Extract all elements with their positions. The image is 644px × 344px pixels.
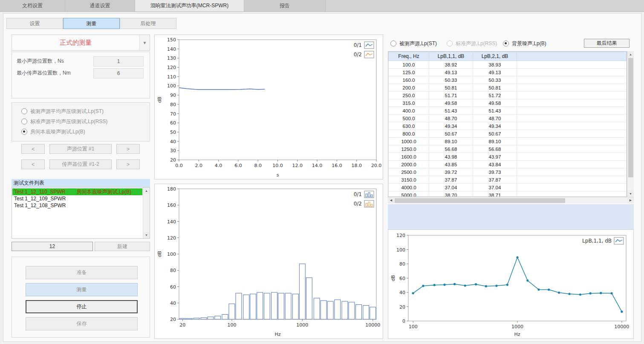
counter-button[interactable]: 12 [12, 242, 93, 251]
svg-text:140: 140 [167, 219, 176, 225]
result-source-radio-1[interactable]: 标准声源,Lp(RSS) [447, 39, 497, 48]
table-row[interactable]: 1250.056.6856.68 [389, 145, 627, 153]
svg-text:20: 20 [170, 317, 176, 322]
file-list-scrollbar[interactable]: ▲ ▼ [143, 188, 150, 238]
measure-button[interactable]: 测量 [26, 283, 138, 296]
result-table-wrap: Freq., HzLpB,1,1, dBLpB,2,1, dB 100.038.… [388, 51, 627, 197]
table-cell: 1250.0 [389, 145, 429, 153]
table-header-cell[interactable]: LpB,2,1, dB [473, 52, 517, 61]
list-item[interactable]: Test 1_12_109_SPWR [12, 195, 142, 202]
table-row[interactable]: 1600.043.9843.97 [389, 153, 627, 161]
test-type-radio-2[interactable]: 房间本底噪声测试,Lp(B) [21, 127, 150, 137]
scroll-right-icon[interactable]: ▶ [627, 197, 634, 203]
radio-icon[interactable] [390, 40, 396, 46]
svg-text:40: 40 [170, 301, 176, 306]
tab-settings[interactable]: 设置 [6, 18, 63, 29]
vscroll-thumb[interactable] [628, 58, 633, 177]
table-row[interactable]: 400.051.4351.43 [389, 107, 627, 115]
table-header-cell[interactable]: LpB,1,1, dB [429, 52, 473, 61]
stop-button[interactable]: 停止 [26, 300, 138, 313]
tab-postprocess[interactable]: 后处理 [120, 18, 176, 29]
table-row[interactable]: 630.049.3449.34 [389, 122, 627, 130]
radio-icon[interactable] [21, 129, 27, 135]
svg-text:0/1: 0/1 [354, 42, 362, 48]
mic-prev-button[interactable]: < [21, 159, 45, 169]
table-row[interactable]: 5000.038.7038.71 [389, 191, 627, 197]
table-row[interactable]: 100.038.9238.93 [389, 61, 627, 69]
table-vscrollbar[interactable]: ▲ ▼ [627, 51, 634, 197]
table-row[interactable]: 200.050.8150.81 [389, 84, 627, 92]
table-row[interactable]: 125.049.1349.13 [389, 69, 627, 76]
table-row[interactable]: 2000.043.8543.84 [389, 161, 627, 168]
file-listbox[interactable]: Test 1_12_110_SPWR房间本底噪声测试,Lp(B)Test 1_1… [12, 187, 150, 239]
table-row[interactable]: 500.048.7048.70 [389, 115, 627, 122]
test-type-radio-1[interactable]: 标准声源平均声压级测试,Lp(RSS) [21, 116, 150, 127]
table-row[interactable]: 315.049.5849.58 [389, 99, 627, 107]
table-row[interactable]: 160.050.3350.33 [389, 76, 627, 84]
min-mic-positions-input[interactable] [93, 68, 144, 78]
radio-icon[interactable] [503, 40, 509, 46]
table-header-cell[interactable] [517, 52, 627, 61]
svg-text:10000: 10000 [614, 324, 629, 330]
svg-text:80: 80 [170, 268, 176, 273]
svg-text:60: 60 [170, 284, 176, 290]
top-tab-1[interactable]: 通道设置 [65, 0, 135, 12]
svg-text:s: s [277, 172, 279, 178]
top-tab-2[interactable]: 混响室法测试声功率(MCR-SPWR) [135, 0, 244, 12]
min-mic-positions-label: 最小传声器位置数，Nm [17, 68, 71, 78]
new-button[interactable]: 新建 [95, 242, 150, 251]
mic-position-button[interactable]: 传声器位置 #1-2 [49, 159, 112, 169]
svg-text:0/1: 0/1 [354, 191, 362, 197]
table-cell: 49.13 [429, 69, 473, 76]
min-source-positions-input[interactable] [93, 56, 144, 66]
svg-text:8.0: 8.0 [254, 163, 262, 168]
test-type-radio-1-label: 标准声源平均声压级测试,Lp(RSS) [30, 118, 107, 125]
tab-measure[interactable]: 测量 [63, 18, 120, 29]
svg-text:150: 150 [167, 37, 176, 43]
list-item[interactable]: Test 1_12_110_SPWR房间本底噪声测试,Lp(B) [12, 188, 142, 195]
mic-next-button[interactable]: > [116, 159, 140, 169]
table-cell: 51.72 [473, 92, 517, 99]
source-position-button[interactable]: 声源位置 #1 [49, 144, 112, 154]
table-header-cell[interactable]: Freq., Hz [389, 52, 429, 61]
table-row[interactable]: 1000.089.1089.10 [389, 138, 627, 145]
radio-icon[interactable] [21, 119, 27, 124]
result-source-radio-0[interactable]: 被测声源,Lp(ST) [390, 39, 437, 48]
last-result-button[interactable]: 最后结果 [584, 39, 630, 48]
test-type-radio-0[interactable]: 被测声源平均声压级测试,Lp(ST) [21, 106, 150, 116]
source-next-button[interactable]: > [116, 144, 140, 154]
svg-text:160: 160 [167, 202, 176, 208]
measurement-mode-dropdown[interactable]: 正式的测量 ▼ [12, 35, 150, 51]
table-row[interactable]: 3150.037.8737.87 [389, 176, 627, 184]
scroll-left-icon[interactable]: ◀ [388, 197, 394, 203]
scroll-up-icon[interactable]: ▲ [143, 188, 150, 194]
list-item[interactable]: Test 1_12_108_SPWR [12, 202, 142, 209]
chevron-down-icon[interactable]: ▼ [139, 35, 150, 50]
table-cell [517, 191, 627, 197]
time-history-chart-panel: 20304050607080901001101201301401500.02.0… [154, 35, 383, 179]
table-row[interactable]: 800.050.6750.67 [389, 130, 627, 138]
svg-text:1000: 1000 [296, 322, 308, 328]
cpb-spectrum-chart-panel: 2040608010012014016018020100100010000dBH… [154, 184, 383, 339]
save-button[interactable]: 保存 [26, 317, 138, 330]
radio-icon[interactable] [447, 40, 453, 46]
table-hscrollbar[interactable]: ◀ ▶ [388, 197, 634, 203]
prepare-button[interactable]: 准备 [26, 266, 138, 279]
scroll-down-icon[interactable]: ▼ [143, 232, 150, 238]
scroll-up-icon[interactable]: ▲ [627, 51, 634, 58]
source-prev-button[interactable]: < [21, 144, 45, 154]
measurement-mode-value: 正式的测量 [12, 35, 139, 50]
result-source-radio-2[interactable]: 背景噪声,Lp(B) [503, 39, 546, 48]
svg-text:80: 80 [399, 261, 405, 267]
table-row[interactable]: 2500.039.7239.73 [389, 168, 627, 176]
table-row[interactable]: 4000.037.0437.04 [389, 184, 627, 191]
svg-text:0: 0 [402, 318, 405, 324]
top-tab-3[interactable]: 报告 [244, 0, 326, 12]
result-table: Freq., HzLpB,1,1, dBLpB,2,1, dB 100.038.… [388, 52, 627, 197]
svg-text:20: 20 [170, 157, 176, 163]
scroll-down-icon[interactable]: ▼ [627, 191, 634, 197]
radio-icon[interactable] [21, 108, 27, 114]
top-tab-0[interactable]: 文档设置 [0, 0, 65, 12]
hscroll-thumb[interactable] [395, 198, 565, 203]
table-row[interactable]: 250.051.7151.72 [389, 92, 627, 99]
